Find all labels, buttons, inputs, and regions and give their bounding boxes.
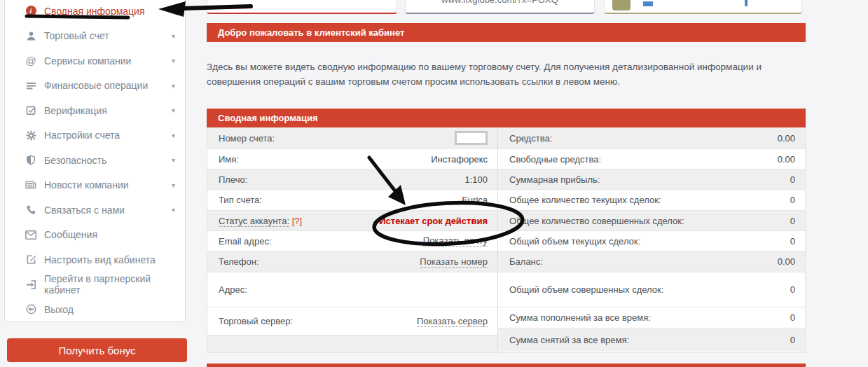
sign-in-icon bbox=[25, 279, 37, 290]
chevron-down-icon: ▾ bbox=[172, 156, 175, 164]
table-row: Сумма пополнений за все время: 0 bbox=[498, 307, 805, 328]
sidebar-item-label: Новости компании bbox=[44, 179, 129, 191]
table-row-account-status: Статус аккаунта: [?] Истекает срок дейст… bbox=[207, 211, 497, 231]
table-row: Баланс: 0.00 bbox=[498, 251, 805, 272]
summary-header: Сводная информация bbox=[207, 109, 806, 127]
chevron-down-icon: ▾ bbox=[172, 181, 175, 189]
show-email-link[interactable]: Показать почту bbox=[423, 235, 488, 247]
table-row: Общий объем текущих сделок: 0 bbox=[498, 231, 805, 251]
table-row: Плечо: 1:100 bbox=[207, 169, 497, 190]
sidebar-item-label: Торговый счет bbox=[44, 30, 109, 41]
table-row: Email адрес: Показать почту bbox=[207, 231, 497, 251]
chevron-down-icon: ▾ bbox=[172, 32, 175, 40]
sidebar-item-label: Верификация bbox=[44, 105, 107, 116]
summary-table-right-column: Средства: 0.00 Свободные средства: 0.00 … bbox=[497, 127, 805, 352]
table-row-empty bbox=[207, 335, 497, 352]
chevron-down-icon: ▾ bbox=[172, 106, 175, 114]
chevron-down-icon: ▾ bbox=[172, 206, 175, 214]
table-row: Свободные средства: 0.00 bbox=[498, 149, 805, 169]
sidebar-item-summary[interactable]: i Сводная информация bbox=[5, 0, 185, 24]
table-row: Номер счета: bbox=[207, 127, 497, 149]
clipped-link-fragment bbox=[643, 1, 653, 6]
table-row: Торговый сервер: Показать сервер bbox=[207, 307, 497, 335]
show-phone-link[interactable]: Показать номер bbox=[420, 256, 488, 268]
intro-text: Здесь вы можете видеть сводную информаци… bbox=[207, 60, 811, 89]
table-row: Суммарная прибыль: 0 bbox=[498, 169, 805, 190]
sidebar-item-label: Безопасность bbox=[44, 155, 106, 166]
sidebar-item-financial-operations[interactable]: Финансовые операции ▾ bbox=[5, 74, 185, 99]
sidebar-item-label: Сводная информация bbox=[44, 6, 145, 17]
sidebar-item-label: Финансовые операции bbox=[44, 80, 148, 91]
sidebar-item-company-news[interactable]: Новости компании ▾ bbox=[5, 173, 185, 198]
sidebar-item-company-services[interactable]: @ Сервисы компании ▾ bbox=[5, 48, 185, 74]
chevron-down-icon: ▾ bbox=[172, 132, 175, 139]
sidebar-item-label: Настроить вид кабинета bbox=[44, 254, 156, 265]
table-row: Тип счета: Eurica bbox=[207, 190, 497, 211]
phone-icon bbox=[25, 205, 37, 215]
shield-icon bbox=[25, 155, 37, 165]
help-question-link[interactable]: [?] bbox=[292, 216, 302, 226]
edit-icon bbox=[25, 254, 37, 265]
at-icon: @ bbox=[25, 55, 37, 67]
table-row: Общее количество совершенных сделок: 0 bbox=[498, 211, 805, 231]
khaki-badge-icon bbox=[612, 0, 631, 11]
summary-table-left-column: Номер счета: Имя: Инстафорекс Плечо: 1:1… bbox=[207, 127, 497, 352]
list-icon bbox=[25, 81, 37, 91]
top-card-referral-link[interactable]: www.ifxglobe.com/?x=PGXQ bbox=[405, 0, 595, 14]
summary-table: Номер счета: Имя: Инстафорекс Плечо: 1:1… bbox=[207, 127, 806, 353]
sidebar-item-label: Связаться с нами bbox=[44, 205, 125, 216]
table-row: Общее количество текущих сделок: 0 bbox=[498, 190, 805, 211]
get-bonus-button[interactable]: Получить бонус bbox=[7, 338, 187, 362]
sidebar-item-label: Перейти в партнерский кабинет bbox=[44, 273, 175, 296]
info-icon: i bbox=[25, 6, 37, 16]
table-row: Телефон: Показать номер bbox=[207, 251, 497, 272]
table-row: Средства: 0.00 bbox=[498, 127, 805, 149]
table-row: Общий объем совершенных сделок: 0 bbox=[498, 272, 805, 307]
mail-icon bbox=[25, 230, 37, 240]
table-row: Адрес: bbox=[207, 272, 497, 307]
account-status-value: Истекает срок действия bbox=[379, 216, 488, 226]
sidebar-item-label: Выход bbox=[44, 304, 74, 315]
top-card-right bbox=[604, 0, 802, 14]
chevron-down-icon: ▾ bbox=[172, 82, 175, 90]
sidebar-item-customize-cabinet[interactable]: Настроить вид кабинета bbox=[5, 247, 185, 272]
sidebar-item-label: Настройки счета bbox=[44, 130, 120, 141]
sidebar-item-trading-account[interactable]: Торговый счет ▾ bbox=[5, 24, 185, 49]
account-status-tooltip-link[interactable]: Статус аккаунта: bbox=[219, 216, 289, 227]
sidebar-item-security[interactable]: Безопасность ▾ bbox=[5, 148, 185, 173]
chevron-down-icon: ▾ bbox=[172, 57, 175, 64]
logout-icon bbox=[25, 304, 37, 314]
welcome-header: Добро пожаловать в клиентский кабинет bbox=[207, 23, 806, 42]
sidebar-item-logout[interactable]: Выход bbox=[5, 297, 185, 322]
redacted-account-number bbox=[455, 131, 488, 145]
sidebar-item-account-settings[interactable]: Настройки счета ▾ bbox=[5, 123, 185, 148]
sidebar-item-verification[interactable]: Верификация ▾ bbox=[5, 98, 185, 123]
gear-icon bbox=[25, 130, 37, 141]
top-card-left bbox=[207, 0, 397, 14]
check-square-icon bbox=[25, 105, 37, 116]
sidebar: i Сводная информация Торговый счет ▾ @ С… bbox=[4, 0, 186, 322]
sidebar-item-contact-us[interactable]: Связаться с нами ▾ bbox=[5, 198, 185, 223]
sidebar-item-messages[interactable]: Сообщения bbox=[5, 223, 185, 248]
newspaper-icon bbox=[25, 180, 37, 190]
sidebar-item-label: Сообщения bbox=[44, 229, 97, 240]
table-row: Имя: Инстафорекс bbox=[207, 149, 497, 169]
referral-url[interactable]: www.ifxglobe.com/?x=PGXQ bbox=[406, 0, 594, 5]
sidebar-item-partner-cabinet[interactable]: Перейти в партнерский кабинет bbox=[5, 272, 185, 298]
sidebar-item-label: Сервисы компании bbox=[44, 55, 131, 67]
user-icon bbox=[25, 31, 37, 41]
clipped-link-fragment bbox=[745, 0, 748, 6]
table-row: Сумма снятий за все время: 0 bbox=[498, 328, 805, 352]
show-server-link[interactable]: Показать сервер bbox=[417, 316, 488, 327]
next-section-header-clipped bbox=[207, 363, 806, 367]
